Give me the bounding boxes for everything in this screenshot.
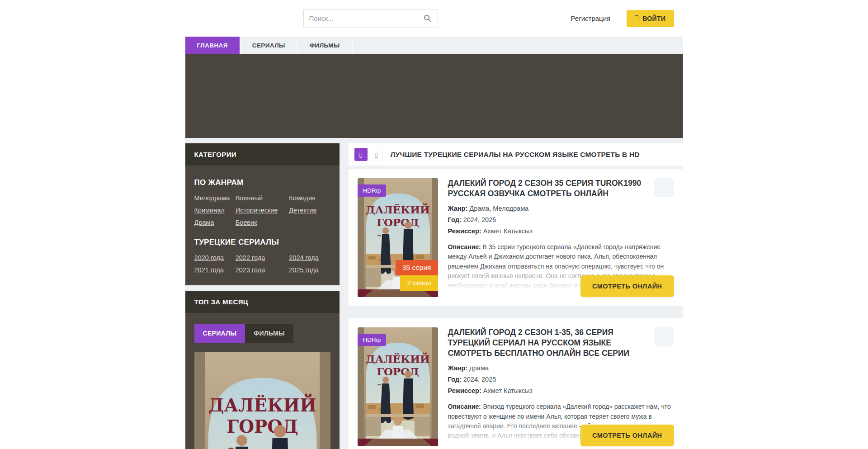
- director-value: Ахмет Катыксыз: [483, 227, 533, 235]
- nav-tab-films[interactable]: ФИЛЬМЫ: [298, 37, 353, 54]
- search-input[interactable]: [304, 14, 418, 22]
- top-poster-image[interactable]: ДАЛЁКИЙ ГОРОД: [194, 352, 330, 449]
- quality-badge: HDRip: [358, 334, 387, 346]
- genres-list: Мелодрама Военный Комедия Криминал Истор…: [194, 194, 330, 226]
- series-card: ДАЛЁКИЙ ГОРОД HDRip 35 серия 2 сезон: [349, 169, 683, 306]
- year-link[interactable]: 2025 года: [289, 266, 330, 274]
- genre-link[interactable]: Детектив: [289, 207, 330, 214]
- description-label: Описание:: [448, 403, 481, 410]
- genre-link[interactable]: Криминал: [194, 207, 236, 214]
- top-month-tabs: СЕРИАЛЫ ФИЛЬМЫ: [194, 324, 330, 343]
- main-column: ▯ ▯ ЛУЧШИЕ ТУРЕЦКИЕ СЕРИАЛЫ НА РУССКОМ Я…: [349, 143, 683, 449]
- genre-label: Жанр:: [448, 364, 468, 372]
- genres-title: ПО ЖАНРАМ: [194, 178, 330, 187]
- svg-text:ГОРОД: ГОРОД: [226, 416, 298, 437]
- view-grid-button[interactable]: ▯: [354, 148, 368, 161]
- list-view-icon: ▯: [374, 151, 378, 158]
- genre-link[interactable]: Комедия: [289, 194, 330, 202]
- genre-link[interactable]: Драма: [194, 219, 236, 226]
- year-label: Год:: [448, 376, 462, 383]
- year-link[interactable]: 2023 года: [236, 266, 289, 274]
- genre-value: драма: [469, 364, 489, 372]
- register-link[interactable]: Регистрация: [571, 14, 610, 22]
- nav-tab-series[interactable]: СЕРИАЛЫ: [241, 37, 298, 54]
- bookmark-icon: ▫: [663, 189, 665, 194]
- series-card: ДАЛЁКИЙ ГОРОД HDRip ДАЛЕКИЙ ГОРОД 2 СЕЗО: [349, 318, 683, 449]
- login-icon: [635, 15, 638, 21]
- main-nav: ГЛАВНАЯ СЕРИАЛЫ ФИЛЬМЫ: [185, 37, 683, 54]
- nav-tab-home[interactable]: ГЛАВНАЯ: [185, 37, 241, 54]
- top-bar: Регистрация ВОЙТИ: [0, 0, 868, 37]
- card-meta: Жанр: драма Год: 2024, 2025 Режиссер: Ах…: [448, 364, 674, 398]
- search-icon: [424, 14, 431, 22]
- search-button[interactable]: [418, 9, 438, 28]
- login-button[interactable]: ВОЙТИ: [627, 10, 674, 27]
- year-value: 2024, 2025: [463, 376, 496, 383]
- poster[interactable]: ДАЛЁКИЙ ГОРОД HDRip 35 серия 2 сезон: [358, 178, 438, 297]
- season-badge: 2 сезон: [400, 275, 438, 291]
- episode-badges: 35 серия 2 сезон: [396, 260, 438, 291]
- years-title: ТУРЕЦКИЕ СЕРИАЛЫ: [194, 238, 330, 247]
- quality-badge: HDRip: [358, 184, 387, 197]
- year-link[interactable]: 2024 года: [289, 254, 330, 261]
- svg-text:ДАЛЁКИЙ: ДАЛЁКИЙ: [208, 393, 316, 416]
- card-title-link[interactable]: ДАЛЕКИЙ ГОРОД 2 СЕЗОН 1-35, 36 СЕРИЯ ТУР…: [448, 327, 654, 359]
- svg-text:ГОРОД: ГОРОД: [377, 216, 419, 228]
- genre-link[interactable]: Мелодрама: [194, 194, 236, 202]
- top-tab-series[interactable]: СЕРИАЛЫ: [194, 324, 245, 343]
- genre-link[interactable]: Военный: [236, 194, 289, 202]
- episode-badge: 35 серия: [396, 260, 438, 275]
- login-label: ВОЙТИ: [642, 15, 665, 22]
- top-tab-films[interactable]: ФИЛЬМЫ: [245, 324, 293, 343]
- page-title: ЛУЧШИЕ ТУРЕЦКИЕ СЕРИАЛЫ НА РУССКОМ ЯЗЫКЕ…: [391, 151, 640, 159]
- year-label: Год:: [448, 216, 462, 223]
- categories-header: КАТЕГОРИИ: [185, 143, 340, 165]
- bookmark-icon: ▫: [663, 338, 665, 343]
- genre-value: Драма, Мелодрама: [469, 205, 528, 212]
- search-box: [303, 9, 438, 28]
- year-value: 2024, 2025: [463, 216, 496, 223]
- ad-banner: [185, 54, 683, 138]
- genre-label: Жанр:: [448, 205, 468, 212]
- description-label: Описание:: [448, 243, 481, 250]
- year-link[interactable]: 2020 года: [194, 254, 236, 261]
- years-list: 2020 года 2022 года 2024 года 2021 года …: [194, 254, 330, 274]
- page: Регистрация ВОЙТИ ГЛАВНАЯ СЕРИАЛЫ ФИЛЬМЫ…: [0, 0, 868, 449]
- top-month-header: ТОП ЗА МЕСЯЦ: [185, 291, 340, 313]
- bookmark-button[interactable]: ▫: [654, 327, 674, 346]
- bookmark-button[interactable]: ▫: [654, 178, 674, 197]
- card-meta: Жанр: Драма, Мелодрама Год: 2024, 2025 Р…: [448, 205, 674, 239]
- genre-link[interactable]: Боевик: [236, 219, 289, 226]
- categories-block: КАТЕГОРИИ ПО ЖАНРАМ Мелодрама Военный Ко…: [185, 143, 340, 285]
- director-label: Режиссер:: [448, 227, 481, 235]
- top-month-block: ТОП ЗА МЕСЯЦ СЕРИАЛЫ ФИЛЬМЫ: [185, 291, 340, 449]
- card-title-link[interactable]: ДАЛЕКИЙ ГОРОД 2 СЕЗОН 35 СЕРИЯ TUROK1990…: [448, 178, 654, 199]
- view-list-button[interactable]: ▯: [370, 148, 383, 161]
- grid-view-icon: ▯: [359, 151, 363, 158]
- year-link[interactable]: 2021 года: [194, 266, 236, 274]
- director-value: Ахмет Катыксыз: [483, 387, 533, 394]
- sidebar: КАТЕГОРИИ ПО ЖАНРАМ Мелодрама Военный Ко…: [185, 143, 340, 449]
- svg-text:ДАЛЁКИЙ: ДАЛЁКИЙ: [366, 203, 429, 216]
- director-label: Режиссер:: [448, 387, 481, 394]
- content: КАТЕГОРИИ ПО ЖАНРАМ Мелодрама Военный Ко…: [185, 138, 683, 449]
- svg-text:ДАЛЁКИЙ: ДАЛЁКИЙ: [366, 352, 429, 365]
- watch-online-button[interactable]: СМОТРЕТЬ ОНЛАЙН: [580, 425, 674, 446]
- year-link[interactable]: 2022 года: [236, 254, 289, 261]
- genre-link[interactable]: Исторические: [236, 207, 289, 214]
- svg-text:ГОРОД: ГОРОД: [377, 365, 419, 378]
- watch-online-button[interactable]: СМОТРЕТЬ ОНЛАЙН: [580, 275, 674, 297]
- section-header: ▯ ▯ ЛУЧШИЕ ТУРЕЦКИЕ СЕРИАЛЫ НА РУССКОМ Я…: [349, 143, 683, 165]
- poster[interactable]: ДАЛЁКИЙ ГОРОД HDRip: [358, 327, 438, 446]
- auth-area: Регистрация ВОЙТИ: [571, 10, 683, 27]
